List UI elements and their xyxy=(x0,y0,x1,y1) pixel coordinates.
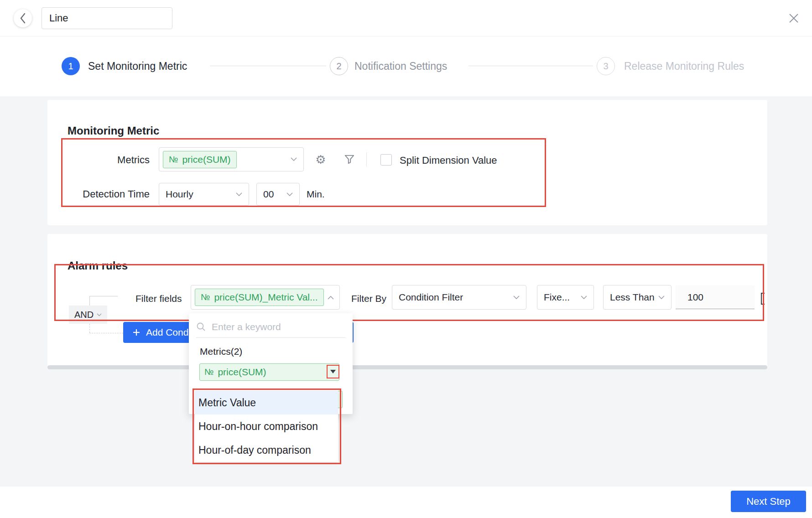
next-step-button[interactable]: Next Step xyxy=(731,491,806,512)
operator-select[interactable]: Less Than xyxy=(603,285,671,310)
minute-select[interactable]: 00 xyxy=(256,183,300,206)
filter-by-label: Filter By xyxy=(351,293,386,304)
split-dimension-label: Split Dimension Value xyxy=(400,155,497,166)
chevron-down-icon xyxy=(658,295,665,300)
horizontal-scrollbar[interactable] xyxy=(47,365,767,369)
metrics-label: Metrics xyxy=(93,154,150,166)
filter-field-select[interactable]: № price(SUM)_Metric Val... xyxy=(191,285,340,310)
frequency-value: Hourly xyxy=(166,189,193,200)
connector-line-dashed xyxy=(89,333,123,333)
step-3-indicator: 3 xyxy=(597,57,615,75)
app-root: 1 Set Monitoring Metric 2 Notification S… xyxy=(0,0,812,518)
connector-line xyxy=(89,296,118,296)
monitoring-metric-title: Monitoring Metric xyxy=(68,124,159,137)
filter-field-chip: № price(SUM)_Metric Val... xyxy=(195,289,324,306)
threshold-input[interactable] xyxy=(676,285,755,309)
chevron-left-icon xyxy=(19,12,26,24)
metric-expand-caret-button[interactable] xyxy=(327,365,339,378)
filter-fields-label: Filter fields xyxy=(135,293,182,304)
chevron-up-icon xyxy=(328,295,334,300)
submenu-option-hour-on-hour[interactable]: Hour-on-hour comparison xyxy=(195,414,338,438)
back-button[interactable] xyxy=(14,9,32,27)
metric-chip: № price(SUM) xyxy=(163,151,237,168)
search-icon xyxy=(196,322,206,332)
step-1-label: Set Monitoring Metric xyxy=(88,60,187,73)
logic-operator-select[interactable]: AND xyxy=(69,306,107,324)
vertical-divider xyxy=(366,152,367,167)
filter-funnel-icon[interactable] xyxy=(344,153,355,165)
frequency-select[interactable]: Hourly xyxy=(159,183,249,206)
operator-value: Less Than xyxy=(610,292,655,303)
metric-chip-label: price(SUM) xyxy=(182,154,230,165)
caret-down-icon xyxy=(330,370,336,373)
number-sign: № xyxy=(201,292,210,302)
stepper: 1 Set Monitoring Metric 2 Notification S… xyxy=(0,36,812,96)
step-2-indicator: 2 xyxy=(330,57,348,75)
chevron-down-icon xyxy=(513,295,520,300)
chevron-down-icon xyxy=(581,295,587,300)
split-dimension-checkbox[interactable] xyxy=(380,154,392,166)
logic-operator-value: AND xyxy=(74,310,94,320)
number-sign: № xyxy=(169,155,178,165)
alarm-rules-title: Alarm rules xyxy=(68,259,128,272)
chevron-down-icon xyxy=(236,192,242,197)
detection-time-label: Detection Time xyxy=(73,188,150,200)
filter-field-chip-label: price(SUM)_Metric Val... xyxy=(214,292,318,303)
keyword-search-input[interactable] xyxy=(211,321,345,333)
metric-dropdown-panel: Metrics(2) № price(SUM) Metric Value Hou… xyxy=(189,313,353,414)
close-icon xyxy=(788,12,800,24)
delete-icon[interactable] xyxy=(761,293,765,305)
step-3-label: Release Monitoring Rules xyxy=(624,60,744,73)
plus-icon xyxy=(132,328,141,337)
submenu-option-metric-value[interactable]: Metric Value xyxy=(195,391,338,414)
metric-select[interactable]: № price(SUM) xyxy=(159,147,304,171)
connector-line xyxy=(89,296,90,306)
chevron-down-icon xyxy=(286,192,293,197)
submenu-option-hour-of-day[interactable]: Hour-of-day comparison xyxy=(195,438,338,462)
rule-name-input[interactable] xyxy=(42,7,172,29)
minute-unit-label: Min. xyxy=(307,189,325,200)
minute-value: 00 xyxy=(263,189,274,200)
chevron-down-icon xyxy=(291,157,297,161)
chevron-down-icon xyxy=(97,313,102,316)
number-sign: № xyxy=(204,367,213,377)
gear-icon[interactable]: ⚙ xyxy=(314,152,328,167)
value-type-select[interactable]: Fixe... xyxy=(537,285,594,310)
connector-line-dashed xyxy=(89,324,90,333)
close-button[interactable] xyxy=(785,9,803,27)
step-connector-2 xyxy=(468,66,593,66)
step-connector-1 xyxy=(210,66,326,66)
footer-bar: Next Step xyxy=(0,487,812,518)
step-2-label: Notification Settings xyxy=(354,60,447,73)
metric-variant-submenu: Metric Value Hour-on-hour comparison Hou… xyxy=(195,391,338,462)
dropdown-search xyxy=(196,316,345,338)
metrics-group-label: Metrics(2) xyxy=(200,346,242,357)
filter-type-value: Condition Filter xyxy=(399,292,463,303)
metric-option-label: price(SUM) xyxy=(218,367,266,378)
value-type-value: Fixe... xyxy=(544,292,570,303)
topbar xyxy=(0,0,812,36)
step-1-indicator: 1 xyxy=(62,57,80,75)
metric-option-chip[interactable]: № price(SUM) xyxy=(199,363,339,381)
filter-type-select[interactable]: Condition Filter xyxy=(392,285,526,310)
